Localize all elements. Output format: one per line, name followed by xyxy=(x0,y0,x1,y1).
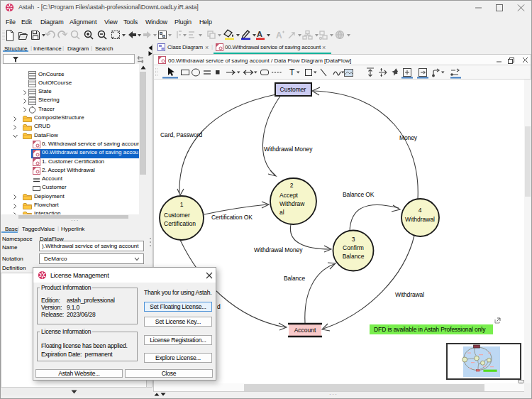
svg-text:Customer: Customer xyxy=(164,212,190,219)
svg-text:Accept: Accept xyxy=(279,192,299,199)
svg-text:Withdrawal: Withdrawal xyxy=(395,291,424,298)
svg-text:Card, Password: Card, Password xyxy=(160,131,202,138)
svg-text:1: 1 xyxy=(180,201,184,208)
svg-text:Withdrawal Money: Withdrawal Money xyxy=(254,246,303,253)
svg-text:Withdrawal: Withdrawal xyxy=(405,216,435,223)
svg-text:Withdrawal Money: Withdrawal Money xyxy=(264,146,313,153)
svg-text:A: A xyxy=(276,31,282,40)
svg-text:DFD is available in Astah Prof: DFD is available in Astah Professional o… xyxy=(374,326,486,333)
svg-text:Balance: Balance xyxy=(343,253,365,260)
svg-text:Certification OK: Certification OK xyxy=(211,214,253,221)
svg-text:Certification: Certification xyxy=(164,220,196,227)
svg-text:Confirm: Confirm xyxy=(343,244,364,251)
svg-text:Money: Money xyxy=(399,134,418,141)
svg-text:A: A xyxy=(257,30,262,38)
svg-text:Withdraw: Withdraw xyxy=(279,200,305,207)
svg-text:Account: Account xyxy=(294,327,316,334)
svg-text:Balance OK: Balance OK xyxy=(343,191,375,198)
svg-text:2: 2 xyxy=(290,182,294,189)
svg-text:3: 3 xyxy=(352,236,355,243)
svg-text:T: T xyxy=(289,67,295,77)
svg-text:al: al xyxy=(279,209,284,216)
svg-text:Customer: Customer xyxy=(280,86,306,93)
svg-text:4: 4 xyxy=(419,207,422,214)
svg-text:d: d xyxy=(217,303,221,310)
svg-text:Balance: Balance xyxy=(284,275,305,282)
